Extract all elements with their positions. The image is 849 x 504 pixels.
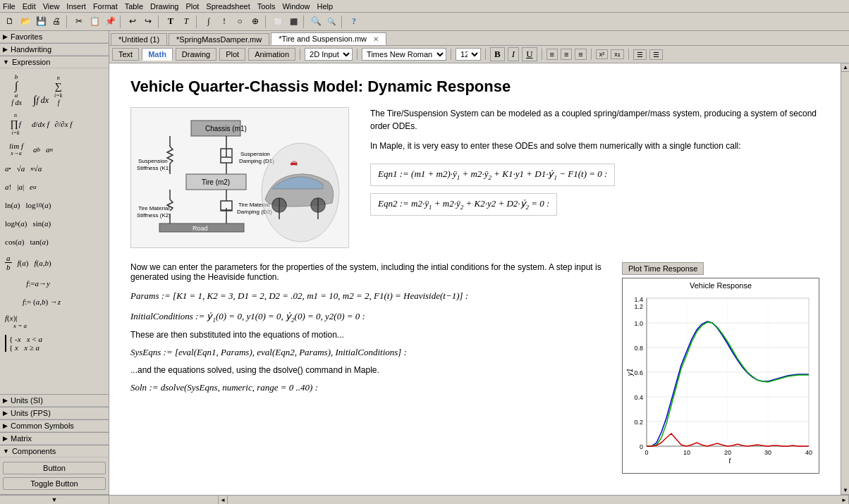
expression-header[interactable]: ▼ Expression xyxy=(0,56,109,68)
expr-func-ab[interactable]: f(a,b) xyxy=(32,254,53,271)
components-header[interactable]: ▼ Components xyxy=(0,445,109,457)
zoom-page-button[interactable]: ⬛ xyxy=(286,15,300,29)
menu-insert[interactable]: Insert xyxy=(66,2,86,11)
insert-math-button[interactable]: ∫ xyxy=(202,15,216,29)
align-center-button[interactable]: ≡ xyxy=(561,49,572,60)
fontsize-select[interactable]: 12 10 14 16 xyxy=(456,48,481,61)
plot-time-response-button[interactable]: Plot Time Response xyxy=(622,262,704,275)
zoom-normal-button[interactable]: ⬜ xyxy=(271,15,285,29)
open-button[interactable]: 📂 xyxy=(18,15,32,29)
superscript-button[interactable]: x² xyxy=(596,49,609,59)
insert-special-button[interactable]: ○ xyxy=(233,15,247,29)
expr-cos[interactable]: cos(a) xyxy=(3,233,27,250)
menu-format[interactable]: Format xyxy=(93,2,118,11)
expr-func-a[interactable]: f(a) xyxy=(16,254,31,271)
expr-abs[interactable]: |a| xyxy=(15,178,26,195)
expr-ln[interactable]: ln(a) xyxy=(3,197,22,214)
units-fps-header[interactable]: ▶ Units (FPS) xyxy=(0,407,109,419)
common-symbols-header[interactable]: ▶ Common Symbols xyxy=(0,420,109,432)
units-si-header[interactable]: ▶ Units (SI) xyxy=(0,395,109,407)
expr-derivative[interactable]: d/dx f xyxy=(30,116,51,133)
expr-nth-root[interactable]: n√a xyxy=(28,160,44,177)
italic-t-button[interactable]: T xyxy=(179,15,193,29)
menu-help[interactable]: Help xyxy=(317,2,334,11)
redo-button[interactable]: ↪ xyxy=(141,15,155,29)
expr-integral[interactable]: ∫f dx xyxy=(31,92,51,109)
expr-tan[interactable]: tan(a) xyxy=(28,233,51,250)
underline-button[interactable]: U xyxy=(522,47,537,61)
fmt-tab-math[interactable]: Math xyxy=(142,48,173,61)
fmt-tab-animation[interactable]: Animation xyxy=(248,48,295,61)
expr-fraction[interactable]: a b xyxy=(3,252,14,273)
tab-tire-close[interactable]: ✕ xyxy=(373,35,379,43)
italic-button[interactable]: I xyxy=(508,47,519,61)
menu-tools[interactable]: Tools xyxy=(257,2,276,11)
numbered-list-button[interactable]: ☰ xyxy=(649,49,663,60)
align-left-button[interactable]: ≡ xyxy=(546,49,558,60)
tab-untitled[interactable]: *Untitled (1) xyxy=(111,33,167,45)
scroll-down-btn[interactable]: ▼ xyxy=(841,486,849,495)
expr-subscript[interactable]: an xyxy=(44,141,55,158)
expr-dot[interactable]: a• xyxy=(3,160,13,177)
expr-partial[interactable]: ∂/∂x f xyxy=(53,116,75,133)
expr-sqrt[interactable]: √a xyxy=(15,160,28,177)
expr-arrow2[interactable]: f := (a,b) → z xyxy=(3,293,80,310)
menu-edit[interactable]: Edit xyxy=(23,2,36,11)
left-panel-scroll-down[interactable]: ▼ xyxy=(0,495,109,504)
expr-factorial[interactable]: a! xyxy=(3,178,13,195)
bullet-list-button[interactable]: ☰ xyxy=(633,49,647,60)
favorites-header[interactable]: ▶ Favorites xyxy=(0,31,109,43)
menu-table[interactable]: Table xyxy=(125,2,143,11)
tab-tire[interactable]: *Tire and Suspension.mw ✕ xyxy=(271,32,386,45)
insert-symbol-button[interactable]: ! xyxy=(217,15,231,29)
expr-logb[interactable]: logb(a) xyxy=(3,215,29,232)
subscript-button[interactable]: x₂ xyxy=(611,49,624,59)
horizontal-scrollbar[interactable]: ◄ ► xyxy=(219,496,849,504)
paste-button[interactable]: 📌 xyxy=(103,15,117,29)
expr-eval[interactable]: f(x)| x = a xyxy=(3,312,59,331)
expr-log10[interactable]: log10(a) xyxy=(23,197,53,214)
expr-power[interactable]: ab xyxy=(31,141,42,158)
matrix-header[interactable]: ▶ Matrix xyxy=(0,433,109,445)
save-button[interactable]: 💾 xyxy=(34,15,48,29)
expr-piecewise[interactable]: { -x x < a { x x ≥ a xyxy=(3,333,80,354)
expr-sum[interactable]: n ∑ i=k f xyxy=(52,73,64,109)
fmt-tab-drawing[interactable]: Drawing xyxy=(176,48,216,61)
font-select[interactable]: Times New Roman Arial Courier New xyxy=(362,48,446,61)
copy-button[interactable]: 📋 xyxy=(87,15,102,29)
fmt-tab-text[interactable]: Text xyxy=(112,48,139,61)
scroll-left-btn[interactable]: ◄ xyxy=(219,496,228,505)
tab-springmass[interactable]: *SpringMassDamper.mw xyxy=(169,33,269,45)
zoom-in-button[interactable]: 🔍 xyxy=(309,15,323,29)
expr-limit[interactable]: lim f x→a xyxy=(3,140,30,159)
bold-t-button[interactable]: T xyxy=(164,15,178,29)
toggle-button-component[interactable]: Toggle Button xyxy=(3,477,106,490)
menu-view[interactable]: View xyxy=(43,2,60,11)
expr-exp[interactable]: ea xyxy=(28,178,38,195)
button-component[interactable]: Button xyxy=(3,462,106,474)
fmt-tab-plot[interactable]: Plot xyxy=(219,48,245,61)
menu-file[interactable]: File xyxy=(3,2,16,11)
zoom-out-button[interactable]: 🔍 xyxy=(324,15,338,29)
expr-definite-integral[interactable]: b ∫ a f dx xyxy=(3,71,30,109)
cut-button[interactable]: ✂ xyxy=(72,15,86,29)
print-button[interactable]: 🖨 xyxy=(49,15,63,29)
input-mode-select[interactable]: 2D Input 1D Input xyxy=(305,48,353,61)
align-right-button[interactable]: ≡ xyxy=(575,49,586,60)
menu-spreadsheet[interactable]: Spreadsheet xyxy=(206,2,250,11)
expr-product[interactable]: n ∏f i=k xyxy=(3,110,28,138)
scroll-thumb[interactable] xyxy=(841,72,849,486)
menu-drawing[interactable]: Drawing xyxy=(150,2,178,11)
toolbar-extra1[interactable]: ⊕ xyxy=(248,15,262,29)
undo-button[interactable]: ↩ xyxy=(126,15,140,29)
new-button[interactable]: 🗋 xyxy=(3,15,17,29)
menu-window[interactable]: Window xyxy=(282,2,310,11)
vertical-scrollbar[interactable]: ▲ ▼ xyxy=(841,63,849,495)
handwriting-header[interactable]: ▶ Handwriting xyxy=(0,44,109,56)
scroll-up-btn[interactable]: ▲ xyxy=(841,63,849,72)
help-button[interactable]: ? xyxy=(347,15,361,29)
expr-sin[interactable]: sin(a) xyxy=(30,215,53,232)
scroll-right-btn[interactable]: ► xyxy=(840,496,849,505)
menu-plot[interactable]: Plot xyxy=(185,2,199,11)
expr-arrow1[interactable]: f := a → y xyxy=(3,275,73,292)
